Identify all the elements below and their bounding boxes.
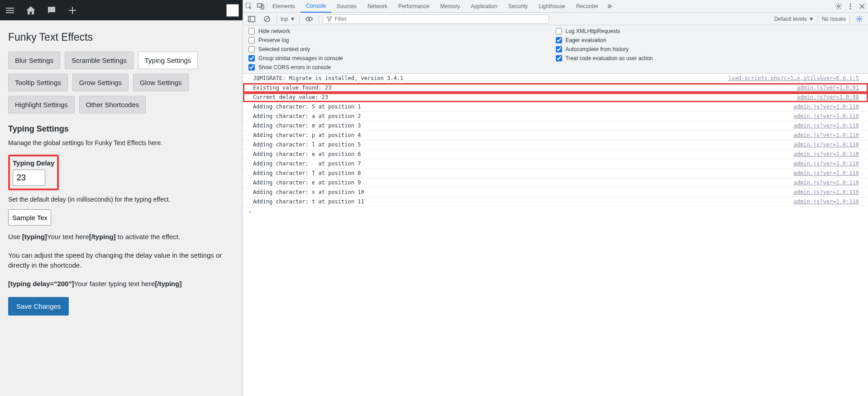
setting-log-xmlhttprequests[interactable]: Log XMLHttpRequests <box>556 28 863 34</box>
settings-icon[interactable] <box>833 0 844 12</box>
filter-input-wrapper <box>323 14 549 24</box>
device-toggle-icon[interactable] <box>255 0 267 12</box>
setting-group-similar-messages-in-console[interactable]: Group similar messages in console <box>248 55 556 61</box>
tab-glow-settings[interactable]: Glow Settings <box>133 74 189 91</box>
setting-selected-context-only[interactable]: Selected context only <box>248 46 556 52</box>
log-source-link[interactable]: admin.js?ver=1.0:110 <box>794 151 859 157</box>
log-source-link[interactable]: admin.js?ver=1.0:110 <box>794 189 859 195</box>
tab-other-shortcodes[interactable]: Other Shortcodes <box>79 96 146 113</box>
setting-autocomplete-from-history[interactable]: Autocomplete from history <box>556 46 863 52</box>
devtools-tab-elements[interactable]: Elements <box>267 0 300 13</box>
log-source-link[interactable]: admin.js?ver=1.0:110 <box>794 170 859 176</box>
tab-blur-settings[interactable]: Blur Settings <box>8 52 60 69</box>
checkbox[interactable] <box>248 55 255 61</box>
svg-point-6 <box>850 8 851 9</box>
log-row: Adding character: m at position 3admin.j… <box>243 121 868 131</box>
setting-show-cors-errors-in-console[interactable]: Show CORS errors in console <box>248 64 556 71</box>
more-tabs-icon[interactable] <box>604 0 615 12</box>
close-icon[interactable] <box>856 0 868 12</box>
log-message: Adding character: l at position 5 <box>253 141 794 148</box>
log-message: Adding character: x at position 10 <box>253 189 794 195</box>
save-button[interactable]: Save Changes <box>8 297 69 316</box>
checkbox[interactable] <box>248 28 255 34</box>
avatar[interactable] <box>226 4 239 17</box>
wp-admin-topbar <box>0 0 243 20</box>
log-source-link[interactable]: admin.js?ver=1.0:110 <box>794 179 859 186</box>
log-source-link[interactable]: admin.js?ver=1.0:110 <box>794 198 859 205</box>
log-message: Adding character: a at position 2 <box>253 113 794 119</box>
checkbox[interactable] <box>248 46 255 52</box>
filter-input[interactable] <box>335 16 545 22</box>
log-source-link[interactable]: admin.js?ver=1.0:110 <box>794 123 859 129</box>
devtools-tab-security[interactable]: Security <box>503 0 533 13</box>
log-message: Adding character: p at position 4 <box>253 132 794 138</box>
svg-point-12 <box>308 18 310 20</box>
devtools-tab-lighthouse[interactable]: Lighthouse <box>533 0 571 13</box>
log-source-link[interactable]: admin.js?ver=1.0:110 <box>794 104 859 110</box>
chevron-right-icon: › <box>248 208 252 215</box>
tab-highlight-settings[interactable]: Highlight Settings <box>8 96 75 113</box>
tab-scramble-settings[interactable]: Scramble Settings <box>65 52 134 69</box>
checkbox[interactable] <box>248 64 255 71</box>
issues-counter[interactable]: No Issues <box>822 16 846 22</box>
log-message: Adding character: S at position 1 <box>253 104 794 110</box>
tab-typing-settings[interactable]: Typing Settings <box>138 52 198 69</box>
console-log-area[interactable]: JQMIGRATE: Migrate is installed, version… <box>243 74 868 396</box>
devtools-tab-sources[interactable]: Sources <box>331 0 362 13</box>
svg-point-5 <box>850 5 851 7</box>
inspect-icon[interactable] <box>243 0 255 12</box>
devtools-tab-console[interactable]: Console <box>300 0 331 13</box>
setting-preserve-log[interactable]: Preserve log <box>248 37 556 43</box>
log-message: Existing value found: 23 <box>253 85 797 91</box>
log-source-link[interactable]: admin.js?ver=1.0:110 <box>794 132 859 138</box>
log-row: Adding character: at position 7admin.js?… <box>243 159 868 169</box>
log-message: Adding character: at position 7 <box>253 160 794 167</box>
setting-treat-code-evaluation-as-user-action[interactable]: Treat code evaluation as user action <box>556 55 863 61</box>
live-expression-icon[interactable] <box>303 13 315 25</box>
console-settings-icon[interactable] <box>854 13 865 25</box>
checkbox[interactable] <box>556 55 562 61</box>
log-source-link[interactable]: admin.js?ver=1.0:110 <box>794 113 859 119</box>
clear-console-icon[interactable] <box>261 13 273 25</box>
context-selector[interactable]: top ▼ <box>281 16 296 22</box>
log-levels-selector[interactable]: Default levels ▼ <box>774 16 814 22</box>
checkbox[interactable] <box>556 37 562 43</box>
devtools-tab-application[interactable]: Application <box>465 0 503 13</box>
checkbox[interactable] <box>248 37 255 43</box>
devtools-tab-performance[interactable]: Performance <box>393 0 435 13</box>
sample-text-input[interactable] <box>8 209 51 226</box>
log-message: Adding character: e at position 9 <box>253 179 794 186</box>
log-source-link[interactable]: admin.js?ver=1.0:110 <box>794 141 859 148</box>
log-source-link[interactable]: load-scripts.php?c=1…e,utils&ver=6.6.1:5 <box>728 75 859 81</box>
log-source-link[interactable]: admin.js?ver=1.0:110 <box>794 160 859 167</box>
log-row: Adding character: a at position 2admin.j… <box>243 112 868 121</box>
typing-delay-highlight: Typing Delay <box>8 155 59 190</box>
log-message: JQMIGRATE: Migrate is installed, version… <box>253 75 728 81</box>
log-source-link[interactable]: admin.js?ver=1.0:91 <box>797 85 859 91</box>
comment-icon[interactable] <box>45 4 58 17</box>
devtools-tab-memory[interactable]: Memory <box>435 0 465 13</box>
usage-line-1: Use [typing]Your text here[/typing] to a… <box>8 232 234 242</box>
tabs-row-2: Tooltip SettingsGrow SettingsGlow Settin… <box>8 74 234 91</box>
checkbox[interactable] <box>556 46 562 52</box>
log-message: Adding character: e at position 6 <box>253 151 794 157</box>
setting-hide-network[interactable]: Hide network <box>248 28 556 34</box>
log-row: Adding character: T at position 8admin.j… <box>243 169 868 178</box>
setting-eager-evaluation[interactable]: Eager evaluation <box>556 37 863 43</box>
tab-grow-settings[interactable]: Grow Settings <box>72 74 129 91</box>
devtools-panel: ElementsConsoleSourcesNetworkPerformance… <box>243 0 868 396</box>
typing-delay-input[interactable] <box>13 170 45 186</box>
tab-tooltip-settings[interactable]: Tooltip Settings <box>8 74 68 91</box>
devtools-tab-recorder[interactable]: Recorder <box>571 0 604 13</box>
sidebar-toggle-icon[interactable] <box>246 13 258 25</box>
console-prompt[interactable]: › <box>243 207 868 217</box>
checkbox[interactable] <box>556 28 562 34</box>
plus-icon[interactable] <box>66 4 79 17</box>
section-title: Typing Settings <box>8 124 234 134</box>
home-icon[interactable] <box>24 4 37 17</box>
kebab-icon[interactable] <box>844 0 856 12</box>
log-source-link[interactable]: admin.js?ver=1.0:98 <box>797 94 859 100</box>
menu-icon[interactable] <box>4 4 16 17</box>
filter-icon <box>327 16 332 22</box>
devtools-tab-network[interactable]: Network <box>362 0 393 13</box>
